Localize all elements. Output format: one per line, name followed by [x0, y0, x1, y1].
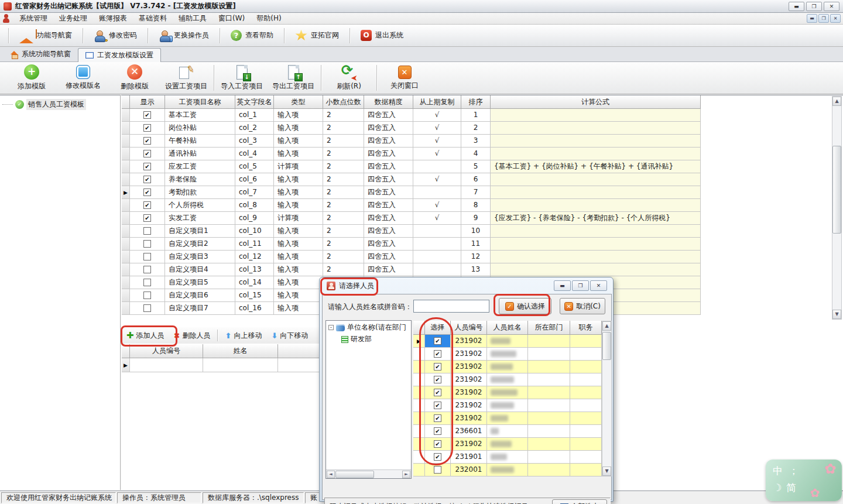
person-select-row[interactable]: 231902 — [413, 348, 602, 361]
col-formula[interactable]: 计算公式 — [491, 95, 701, 109]
row-selector[interactable] — [122, 135, 130, 148]
order-cell[interactable]: 4 — [461, 148, 491, 160]
precision-cell[interactable]: 四舍五入 — [364, 160, 413, 173]
show-checkbox[interactable] — [143, 279, 151, 286]
emp-dept-cell[interactable] — [528, 438, 570, 451]
field-cell[interactable]: col_1 — [235, 109, 274, 122]
show-checkbox[interactable] — [143, 188, 151, 196]
select-checkbox[interactable] — [434, 402, 441, 409]
person-select-row[interactable]: 231902 — [413, 399, 602, 412]
dialog-close-button[interactable]: ✕ — [590, 280, 607, 291]
emp-duty-cell[interactable] — [570, 348, 602, 361]
row-selector[interactable] — [122, 122, 130, 135]
person-search-input[interactable] — [413, 300, 489, 313]
show-cell[interactable] — [130, 302, 165, 315]
decimals-cell[interactable]: 2 — [323, 173, 364, 186]
precision-cell[interactable]: 四舍五入 — [364, 186, 413, 199]
ime-punct[interactable]: ； — [789, 465, 804, 476]
field-cell[interactable]: col_15 — [235, 289, 274, 302]
emp-duty-cell[interactable] — [570, 451, 602, 464]
select-checkbox[interactable] — [434, 350, 441, 358]
formula-cell[interactable] — [491, 238, 701, 251]
decimals-cell[interactable]: 2 — [323, 212, 364, 225]
exit-button[interactable]: O 退出系统 — [354, 26, 410, 45]
col-decimals[interactable]: 小数点位数 — [323, 95, 364, 109]
col-emp-dept[interactable]: 所在部门 — [528, 321, 570, 335]
col-item-name[interactable]: 工资项目名称 — [165, 95, 235, 109]
person-select-row[interactable]: 231902 — [413, 386, 602, 399]
show-cell[interactable] — [130, 160, 165, 173]
select-cell[interactable] — [425, 451, 451, 464]
show-checkbox[interactable] — [143, 124, 151, 132]
field-cell[interactable]: col_2 — [235, 122, 274, 135]
emp-name-cell[interactable] — [487, 386, 528, 399]
select-cell[interactable] — [425, 412, 451, 425]
salary-grid-row[interactable]: 通讯补贴 col_4 输入项 2 四舍五入 4 — [122, 148, 701, 160]
type-cell[interactable]: 输入项 — [274, 199, 323, 212]
salary-grid-row[interactable]: 岗位补贴 col_2 输入项 2 四舍五入 2 — [122, 122, 701, 135]
field-cell[interactable]: col_8 — [235, 199, 274, 212]
decimals-cell[interactable]: 2 — [323, 148, 364, 160]
copy-prev-cell[interactable] — [413, 148, 461, 160]
export-items-button[interactable]: ↑ 导出工资项目 — [268, 63, 319, 92]
formula-cell[interactable] — [491, 173, 701, 186]
select-checkbox[interactable] — [434, 414, 441, 422]
salary-grid-row[interactable]: 自定义项目2 col_11 输入项 2 四舍五入 11 — [122, 238, 701, 251]
type-cell[interactable]: 输入项 — [274, 122, 323, 135]
col-type[interactable]: 类型 — [274, 95, 323, 109]
show-checkbox[interactable] — [143, 201, 151, 209]
copy-prev-cell[interactable] — [413, 251, 461, 263]
copy-prev-cell[interactable] — [413, 173, 461, 186]
emp-dept-cell[interactable] — [528, 412, 570, 425]
emp-name-cell[interactable] — [487, 373, 528, 386]
mdi-close-button[interactable]: ✕ — [830, 14, 841, 23]
type-cell[interactable]: 输入项 — [274, 289, 323, 302]
item-name-cell[interactable]: 岗位补贴 — [165, 122, 235, 135]
row-selector[interactable] — [413, 412, 425, 425]
select-cell[interactable] — [425, 373, 451, 386]
show-checkbox[interactable] — [143, 137, 151, 145]
maximize-button[interactable]: ❐ — [806, 2, 822, 11]
type-cell[interactable]: 输入项 — [274, 238, 323, 251]
switch-operator-button[interactable]: 更换操作员 — [152, 26, 216, 45]
field-cell[interactable]: col_4 — [235, 148, 274, 160]
import-items-button[interactable]: ↓ 导入工资项目 — [216, 63, 268, 92]
order-cell[interactable]: 1 — [461, 109, 491, 122]
show-checkbox[interactable] — [143, 266, 151, 273]
order-cell[interactable]: 8 — [461, 199, 491, 212]
formula-cell[interactable] — [491, 148, 701, 160]
emp-dept-cell[interactable] — [528, 425, 570, 438]
copy-prev-cell[interactable] — [413, 160, 461, 173]
row-selector[interactable] — [413, 348, 425, 361]
emp-duty-cell[interactable] — [570, 399, 602, 412]
row-selector[interactable] — [413, 464, 425, 476]
salary-grid-row[interactable]: 自定义项目4 col_13 输入项 2 四舍五入 13 — [122, 263, 701, 276]
row-selector[interactable] — [122, 238, 130, 251]
order-cell[interactable]: 10 — [461, 225, 491, 238]
formula-cell[interactable] — [491, 225, 701, 238]
emp-name-cell[interactable] — [487, 399, 528, 412]
col-select[interactable]: 选择 — [425, 321, 451, 335]
menu-item[interactable]: 系统管理 — [13, 12, 53, 25]
item-name-cell[interactable]: 实发工资 — [165, 212, 235, 225]
copy-prev-cell[interactable] — [413, 199, 461, 212]
formula-cell[interactable] — [491, 135, 701, 148]
emp-id-cell[interactable]: 232001 — [451, 464, 487, 476]
item-name-cell[interactable]: 自定义项目3 — [165, 251, 235, 263]
template-tree-item[interactable]: ✓ 销售人员工资模板 — [0, 99, 120, 110]
field-cell[interactable]: col_7 — [235, 186, 274, 199]
show-cell[interactable] — [130, 173, 165, 186]
person-select-row[interactable]: 231902 — [413, 412, 602, 425]
show-cell[interactable] — [130, 109, 165, 122]
salary-grid-row[interactable]: 实发工资 col_9 计算项 2 四舍五入 9 {应发工资} - {养老保险} … — [122, 212, 701, 225]
select-checkbox[interactable] — [434, 337, 441, 345]
emp-id-cell[interactable]: 231902 — [451, 438, 487, 451]
move-down-button[interactable]: ⬇ 向下移动 — [266, 330, 313, 342]
formula-cell[interactable] — [491, 109, 701, 122]
select-checkbox[interactable] — [434, 363, 441, 371]
ime-simplified[interactable]: 简 — [786, 482, 801, 493]
moon-icon[interactable]: ☽ — [773, 482, 786, 493]
scroll-up-icon[interactable]: ▲ — [602, 321, 611, 331]
show-checkbox[interactable] — [143, 240, 151, 248]
field-cell[interactable]: col_10 — [235, 225, 274, 238]
